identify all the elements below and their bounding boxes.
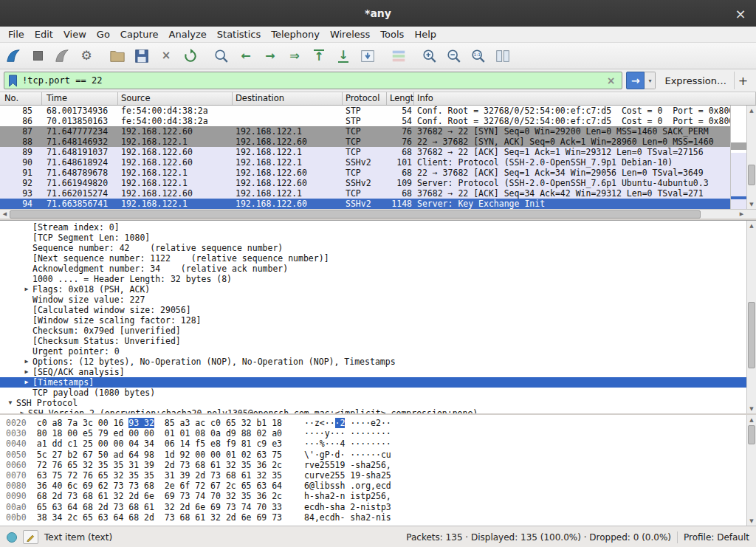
reload-file-button[interactable] (179, 46, 202, 66)
details-vscrollbar[interactable]: ▲ ▼ (746, 221, 756, 413)
packet-row-90[interactable]: 9071.648618924192.168.122.60192.168.122.… (0, 157, 756, 168)
packet-row-85[interactable]: 8568.001734936fe:54:00:d4:38:2aSTP54Conf… (0, 106, 756, 116)
status-profile[interactable]: Profile: Default (684, 532, 749, 543)
detail-line[interactable]: [Checksum Status: Unverified] (0, 336, 746, 346)
column-header-destination[interactable]: Destination (233, 92, 343, 105)
packet-list-vscroll-thumb[interactable] (748, 165, 755, 185)
menu-capture[interactable]: Capture (115, 27, 164, 41)
packet-row-92[interactable]: 9271.661949820192.168.122.1192.168.122.6… (0, 178, 756, 188)
column-header-no[interactable]: No. (0, 92, 42, 105)
start-capture-button[interactable] (2, 46, 24, 66)
packet-row-94[interactable]: 9471.663856741192.168.122.1192.168.122.6… (0, 199, 756, 209)
packet-row-88[interactable]: 8871.648146932192.168.122.1192.168.122.6… (0, 137, 756, 147)
detail-line[interactable]: ▶[SEQ/ACK analysis] (0, 367, 746, 377)
packet-row-89[interactable]: 8971.648191037192.168.122.60192.168.122.… (0, 147, 756, 157)
scroll-down-icon[interactable]: ▼ (747, 199, 756, 209)
close-file-button[interactable]: × (155, 46, 177, 66)
scroll-up-icon[interactable]: ▲ (747, 106, 756, 115)
hex-bytes[interactable]: 36 40 6c 69 62 73 73 68 2e 6f 72 67 2c 6… (37, 481, 282, 491)
detail-line[interactable]: ▼SSH Protocol (0, 398, 746, 408)
scroll-up-icon[interactable]: ▲ (747, 221, 756, 230)
hex-ascii[interactable]: h-sha2-n istp256, (304, 491, 391, 501)
bytes-vscrollbar[interactable]: ▲ ▼ (746, 415, 756, 526)
find-packet-button[interactable] (210, 46, 233, 66)
expand-icon[interactable]: ▶ (21, 284, 32, 295)
hex-bytes[interactable]: 80 18 00 e5 79 ed 00 00 01 01 08 0a d9 8… (37, 428, 282, 438)
menu-analyze[interactable]: Analyze (164, 27, 212, 41)
hex-ascii[interactable]: curve255 19-sha25 (304, 470, 391, 481)
expand-icon[interactable]: ▶ (21, 377, 32, 388)
collapse-icon[interactable]: ▼ (4, 398, 16, 408)
packet-row-93[interactable]: 9371.662015274192.168.122.60192.168.122.… (0, 188, 756, 199)
menu-telephony[interactable]: Telephony (266, 27, 325, 41)
capture-options-button[interactable]: ⚙ (75, 46, 97, 66)
detail-line[interactable]: TCP payload (1080 bytes) (0, 388, 746, 398)
scroll-right-icon[interactable]: ▶ (737, 210, 746, 219)
scroll-down-icon[interactable]: ▼ (747, 516, 756, 526)
hex-ascii[interactable]: 6@libssh .org,ecd (304, 481, 391, 491)
zoom-in-button[interactable] (419, 46, 441, 66)
packet-row-86[interactable]: 8670.013850163fe:54:00:d4:38:2aSTP54Conf… (0, 116, 756, 126)
hex-ascii[interactable]: ···%···4 ········ (304, 438, 391, 449)
detail-line[interactable]: [Calculated window size: 29056] (0, 305, 746, 315)
detail-line[interactable]: [TCP Segment Len: 1080] (0, 233, 746, 243)
detail-line[interactable]: ▶[Timestamps] (0, 377, 746, 388)
expert-info-icon[interactable] (7, 532, 17, 543)
go-back-button[interactable]: ← (235, 46, 257, 66)
bytes-vscroll-thumb[interactable] (748, 425, 755, 444)
capture-comment-button[interactable] (23, 530, 38, 544)
open-file-button[interactable] (106, 46, 128, 66)
column-header-info[interactable]: Info (414, 92, 756, 105)
hex-line[interactable]: 00505c 27 b2 67 50 ad 64 98 1d 92 00 00 … (6, 450, 746, 460)
go-first-button[interactable]: ↑ (308, 46, 330, 66)
packet-row-91[interactable]: 9171.648789678192.168.122.1192.168.122.6… (0, 168, 756, 178)
details-vscroll-thumb[interactable] (748, 302, 755, 368)
stop-capture-button[interactable] (27, 46, 49, 66)
hex-line[interactable]: 009068 2d 73 68 61 32 2d 6e 69 73 74 70 … (6, 491, 746, 501)
hex-ascii[interactable]: ····y··· ········ (304, 428, 391, 438)
resize-columns-button[interactable] (492, 46, 514, 66)
hex-line[interactable]: 008036 40 6c 69 62 73 73 68 2e 6f 72 67 … (6, 481, 746, 491)
menu-wireless[interactable]: Wireless (325, 27, 375, 41)
column-header-time[interactable]: Time (42, 92, 118, 105)
menu-file[interactable]: File (3, 27, 30, 41)
hex-bytes[interactable]: 72 76 65 32 35 35 31 39 2d 73 68 61 32 3… (37, 460, 282, 470)
scroll-down-icon[interactable]: ▼ (747, 404, 756, 413)
display-filter-field[interactable]: × (4, 72, 622, 89)
add-filter-button[interactable]: + (734, 72, 752, 89)
expand-icon[interactable]: ▶ (21, 357, 32, 367)
column-header-protocol[interactable]: Protocol (343, 92, 387, 105)
detail-line[interactable]: Acknowledgment number: 34 (relative ack … (0, 264, 746, 274)
detail-line[interactable]: Window size value: 227 (0, 295, 746, 305)
filter-bookmark-icon[interactable] (8, 75, 18, 87)
detail-line[interactable]: ▶SSH Version 2 (encryption:chacha20-poly… (0, 408, 746, 413)
detail-line[interactable]: Urgent pointer: 0 (0, 346, 746, 357)
packet-list-vscrollbar[interactable]: ▲ ▼ (746, 106, 756, 209)
hex-line[interactable]: 0020c0 a8 7a 3c 00 16 93 32 85 a3 ac c0 … (6, 418, 746, 428)
hex-bytes[interactable]: 63 75 72 76 65 32 35 35 31 39 2d 73 68 6… (37, 470, 282, 481)
hex-bytes[interactable]: c0 a8 7a 3c 00 16 93 32 85 a3 ac c0 65 3… (37, 418, 282, 428)
column-header-length[interactable]: Length (387, 92, 414, 105)
expand-icon[interactable]: ▶ (21, 367, 32, 377)
filter-history-caret-icon[interactable]: ▾ (645, 72, 656, 89)
menu-statistics[interactable]: Statistics (212, 27, 266, 41)
menu-tools[interactable]: Tools (375, 27, 409, 41)
hex-bytes[interactable]: a1 dd c1 25 00 00 04 34 06 14 f5 e8 f9 8… (37, 438, 282, 449)
colorize-button[interactable] (388, 46, 410, 66)
menu-help[interactable]: Help (409, 27, 441, 41)
filter-clear-icon[interactable]: × (604, 75, 619, 86)
hex-bytes[interactable]: 68 2d 73 68 61 32 2d 6e 69 73 74 70 32 3… (37, 491, 282, 501)
restart-capture-button[interactable] (51, 46, 73, 66)
expand-icon[interactable]: ▶ (16, 408, 28, 413)
go-last-button[interactable]: ↓ (332, 46, 354, 66)
go-forward-button[interactable]: → (259, 46, 281, 66)
hex-bytes[interactable]: 38 34 2c 65 63 64 68 2d 73 68 61 32 2d 6… (37, 512, 282, 523)
hex-line[interactable]: 00a065 63 64 68 2d 73 68 61 32 2d 6e 69 … (6, 502, 746, 512)
display-filter-input[interactable] (22, 73, 604, 88)
hex-ascii[interactable]: 84,ecdh- sha2-nis (304, 512, 391, 523)
column-header-source[interactable]: Source (118, 92, 233, 105)
filter-apply-button[interactable]: → (626, 72, 645, 89)
hex-line[interactable]: 00b038 34 2c 65 63 64 68 2d 73 68 61 32 … (6, 512, 746, 523)
go-to-packet-button[interactable]: ⇒ (284, 46, 306, 66)
close-button[interactable]: × (729, 0, 752, 27)
